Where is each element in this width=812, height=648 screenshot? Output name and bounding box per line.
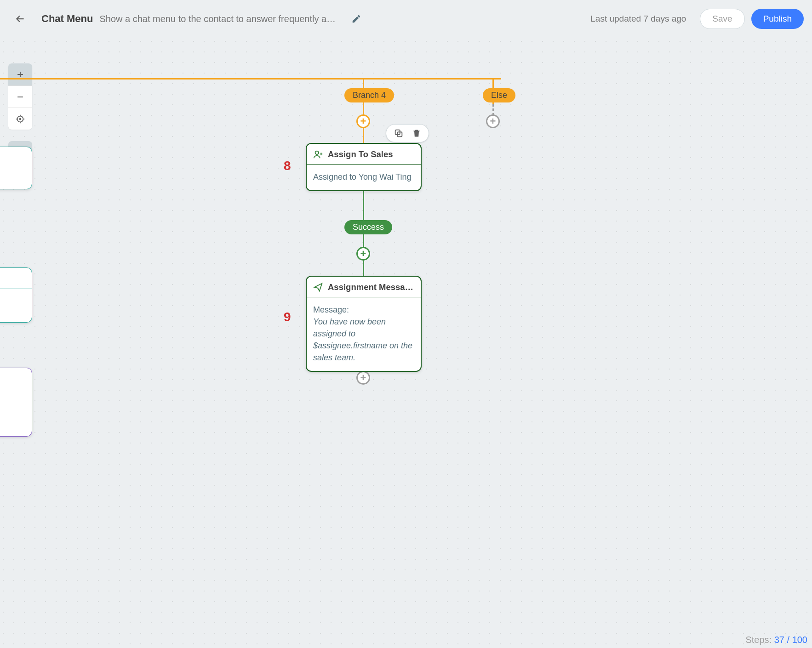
peek-node[interactable]: ns Im…: [0, 267, 32, 323]
node-body: Assigned to Yong Wai Ting: [307, 165, 421, 190]
duplicate-icon[interactable]: [394, 128, 404, 138]
node-body: Message: You have now been assigned to $…: [307, 297, 421, 371]
connector-line: [0, 78, 501, 80]
steps-sep: /: [787, 635, 790, 645]
send-icon: [313, 282, 323, 292]
add-step-button[interactable]: +: [356, 247, 370, 261]
zoom-fit-button[interactable]: [8, 108, 32, 130]
zoom-toolbar: [8, 63, 32, 130]
add-step-button[interactable]: +: [356, 371, 370, 385]
delete-icon[interactable]: [412, 128, 421, 138]
peek-node[interactable]: s Tag: [0, 368, 32, 437]
steps-total: 100: [792, 635, 807, 645]
peek-body: ny years: [0, 173, 25, 182]
back-button[interactable]: [13, 11, 28, 26]
branch-label-else[interactable]: Else: [483, 88, 515, 102]
peek-node[interactable]: ns ny years: [0, 147, 32, 189]
add-step-button[interactable]: +: [356, 114, 370, 128]
svg-point-1: [20, 118, 21, 119]
branch-label[interactable]: Branch 4: [344, 88, 394, 102]
save-button[interactable]: Save: [700, 9, 744, 29]
message-body: You have now been assigned to $assignee.…: [313, 316, 414, 364]
edit-icon[interactable]: [351, 14, 362, 24]
node-assignment-message[interactable]: Assignment Message: S… Message: You have…: [306, 276, 422, 372]
node-title: Assign To Sales: [328, 149, 393, 159]
page-subtitle: Show a chat menu to the contact to answe…: [99, 14, 338, 24]
steps-footer: Steps: 37 / 100: [745, 635, 807, 645]
step-number: 9: [284, 310, 291, 324]
zoom-out-button[interactable]: [8, 85, 32, 108]
node-title: Assignment Message: S…: [328, 282, 414, 292]
user-assign-icon: [313, 149, 323, 159]
steps-label: Steps:: [745, 635, 772, 645]
last-updated: Last updated 7 days ago: [590, 14, 686, 24]
success-label: Success: [344, 220, 392, 234]
publish-button[interactable]: Publish: [751, 9, 804, 29]
node-assign-to-sales[interactable]: Assign To Sales Assigned to Yong Wai Tin…: [306, 143, 422, 191]
steps-current: 37: [774, 635, 784, 645]
step-number: 8: [284, 159, 291, 173]
add-step-button[interactable]: +: [486, 114, 500, 128]
page-title: Chat Menu: [41, 13, 93, 25]
message-label: Message:: [313, 304, 414, 316]
svg-point-4: [315, 151, 319, 154]
zoom-in-button[interactable]: [8, 63, 32, 85]
node-actions: [386, 124, 429, 142]
